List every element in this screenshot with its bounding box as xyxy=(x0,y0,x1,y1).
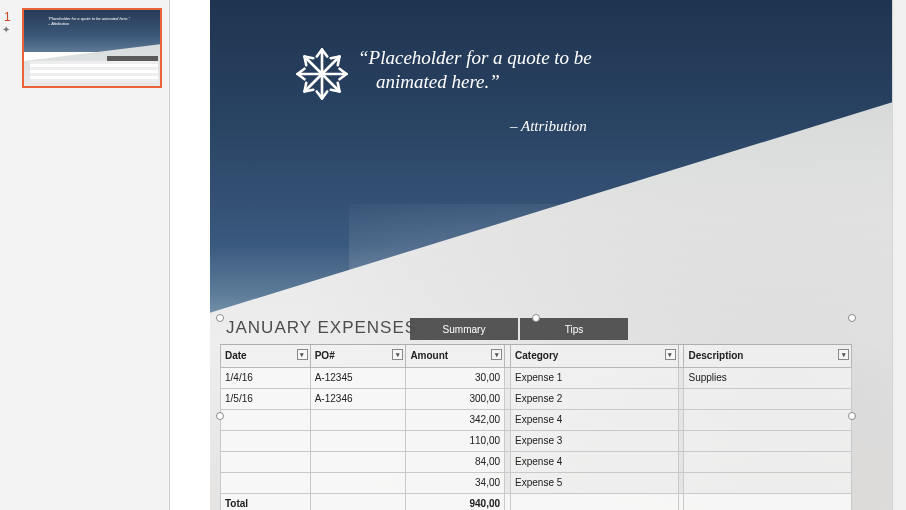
slide-number: 1 xyxy=(4,10,11,24)
filter-dropdown-icon[interactable]: ▾ xyxy=(665,349,676,360)
cell-description[interactable]: Supplies xyxy=(684,367,852,388)
resize-handle[interactable] xyxy=(848,314,856,322)
sheet-title: JANUARY EXPENSES xyxy=(226,318,417,338)
col-date[interactable]: Date▾ xyxy=(221,345,311,367)
app-root: 1 ✦ “Placeholder for a quote to be anima… xyxy=(0,0,906,510)
resize-handle[interactable] xyxy=(532,314,540,322)
col-category[interactable]: Category▾ xyxy=(511,345,678,367)
quote-text: “Placeholder for a quote to be animated … xyxy=(358,46,592,94)
cell-po[interactable]: A-12346 xyxy=(310,388,406,409)
cell-po[interactable] xyxy=(310,430,406,451)
slide-canvas[interactable]: “Placeholder for a quote to be animated … xyxy=(210,0,906,510)
animation-indicator-icon: ✦ xyxy=(2,24,10,35)
table-row[interactable]: 1/5/16A-12346300,00Expense 2 xyxy=(221,388,852,409)
cell-category[interactable]: Expense 5 xyxy=(511,472,678,493)
cell-description[interactable] xyxy=(684,430,852,451)
expense-table: Date▾ PO#▾ Amount▾ Category▾ Description… xyxy=(220,345,852,510)
slide-stage: “Placeholder for a quote to be animated … xyxy=(170,0,906,510)
table-row[interactable]: 342,00Expense 4 xyxy=(221,409,852,430)
cell-amount[interactable]: 342,00 xyxy=(406,409,505,430)
cell-description[interactable] xyxy=(684,388,852,409)
filter-dropdown-icon[interactable]: ▾ xyxy=(838,349,849,360)
filter-dropdown-icon[interactable]: ▾ xyxy=(491,349,502,360)
cell-category[interactable]: Expense 4 xyxy=(511,451,678,472)
embedded-spreadsheet-object[interactable]: JANUARY EXPENSES Summary Tips Date▾ PO#▾… xyxy=(220,318,852,510)
cell-category[interactable]: Expense 1 xyxy=(511,367,678,388)
cell-description[interactable] xyxy=(684,451,852,472)
table-row[interactable]: 34,00Expense 5 xyxy=(221,472,852,493)
cell-po[interactable] xyxy=(310,409,406,430)
resize-handle[interactable] xyxy=(216,314,224,322)
cell-description[interactable] xyxy=(684,472,852,493)
snowflake-icon xyxy=(294,46,350,102)
col-description[interactable]: Description▾ xyxy=(684,345,852,367)
table-row[interactable]: 110,00Expense 3 xyxy=(221,430,852,451)
vertical-scrollbar[interactable] xyxy=(892,0,906,510)
slide-thumbnail-panel: 1 ✦ “Placeholder for a quote to be anima… xyxy=(0,0,170,510)
cell-date[interactable]: 1/4/16 xyxy=(221,367,311,388)
tab-summary[interactable]: Summary xyxy=(410,318,518,340)
cell-date[interactable] xyxy=(221,472,311,493)
cell-po[interactable]: A-12345 xyxy=(310,367,406,388)
cell-description[interactable] xyxy=(684,409,852,430)
table-row[interactable]: 84,00Expense 4 xyxy=(221,451,852,472)
slide-thumbnail-1[interactable]: “Placeholder for a quote to be animated … xyxy=(22,8,162,88)
cell-date[interactable] xyxy=(221,409,311,430)
quote-attribution: – Attribution xyxy=(510,118,587,135)
filter-dropdown-icon[interactable]: ▾ xyxy=(392,349,403,360)
cell-amount[interactable]: 30,00 xyxy=(406,367,505,388)
sheet-tabs: Summary Tips xyxy=(410,318,852,340)
total-label: Total xyxy=(221,493,311,510)
filter-dropdown-icon[interactable]: ▾ xyxy=(297,349,308,360)
col-amount[interactable]: Amount▾ xyxy=(406,345,505,367)
cell-category[interactable]: Expense 3 xyxy=(511,430,678,451)
cell-po[interactable] xyxy=(310,472,406,493)
quote-block[interactable]: “Placeholder for a quote to be animated … xyxy=(294,46,592,102)
total-amount: 940,00 xyxy=(406,493,505,510)
cell-po[interactable] xyxy=(310,451,406,472)
table-row[interactable]: 1/4/16A-1234530,00Expense 1Supplies xyxy=(221,367,852,388)
table-header-row: Date▾ PO#▾ Amount▾ Category▾ Description… xyxy=(221,345,852,367)
total-row: Total 940,00 xyxy=(221,493,852,510)
col-po[interactable]: PO#▾ xyxy=(310,345,406,367)
cell-amount[interactable]: 34,00 xyxy=(406,472,505,493)
cell-date[interactable] xyxy=(221,430,311,451)
cell-category[interactable]: Expense 4 xyxy=(511,409,678,430)
sheet-body: Date▾ PO#▾ Amount▾ Category▾ Description… xyxy=(220,344,852,510)
cell-category[interactable]: Expense 2 xyxy=(511,388,678,409)
cell-date[interactable] xyxy=(221,451,311,472)
cell-amount[interactable]: 300,00 xyxy=(406,388,505,409)
cell-amount[interactable]: 84,00 xyxy=(406,451,505,472)
cell-amount[interactable]: 110,00 xyxy=(406,430,505,451)
cell-date[interactable]: 1/5/16 xyxy=(221,388,311,409)
